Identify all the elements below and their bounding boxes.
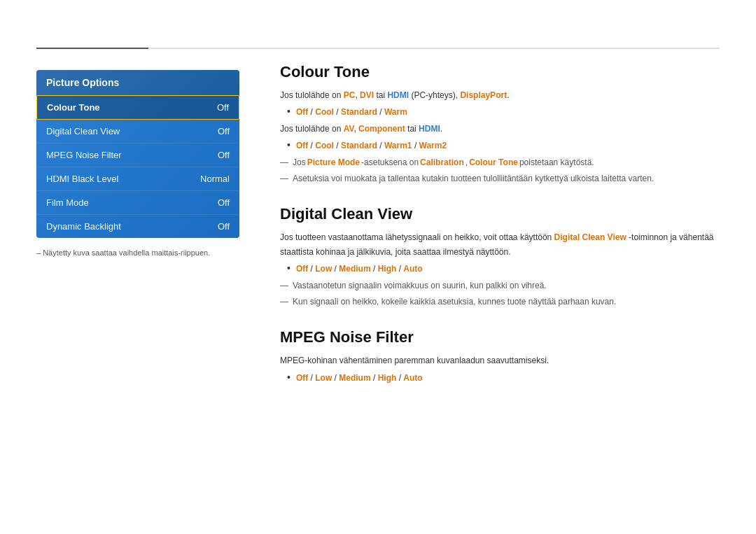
sidebar-item-film-mode[interactable]: Film Mode Off bbox=[36, 191, 239, 215]
sidebar-item-hdmi-black-level[interactable]: HDMI Black Level Normal bbox=[36, 167, 239, 191]
menu-item-value: Off bbox=[218, 150, 230, 160]
mpeg-noise-filter-title: MPEG Noise Filter bbox=[280, 328, 720, 346]
digital-clean-view-title: Digital Clean View bbox=[280, 205, 720, 223]
main-content: Colour Tone Jos tulolähde on PC, DVI tai… bbox=[280, 63, 720, 405]
menu-item-label: Film Mode bbox=[46, 197, 89, 208]
menu-item-label: Colour Tone bbox=[47, 102, 100, 113]
colour-tone-body: Jos tulolähde on PC, DVI tai HDMI (PC-yh… bbox=[280, 88, 720, 185]
displayport-span: DisplayPort bbox=[460, 90, 507, 100]
mpeg-bullet1: Off / Low / Medium / High / Auto bbox=[287, 371, 720, 385]
sidebar-menu: Colour Tone Off Digital Clean View Off M… bbox=[36, 95, 239, 238]
colour-tone-title: Colour Tone bbox=[280, 63, 720, 81]
menu-item-label: MPEG Noise Filter bbox=[46, 150, 122, 160]
colour-tone-note2: Asetuksia voi muokata ja tallentaa kutak… bbox=[280, 171, 720, 185]
dcv-p1: Jos tuotteen vastaanottama lähetyssignaa… bbox=[280, 230, 720, 259]
hdmi-span2: HDMI bbox=[419, 124, 440, 134]
mpeg-p1: MPEG-kohinan vähentäminen paremman kuvan… bbox=[280, 353, 720, 367]
menu-item-value: Normal bbox=[200, 174, 230, 184]
dcv-note2: Kun signaali on heikko, kokeile kaikkia … bbox=[280, 295, 720, 309]
colour-tone-bullet1: Off / Cool / Standard / Warm bbox=[287, 105, 720, 119]
section-digital-clean-view: Digital Clean View Jos tuotteen vastaano… bbox=[280, 205, 720, 309]
dcv-note1: Vastaanotetun signaalin voimakkuus on su… bbox=[280, 279, 720, 293]
colour-tone-note1: Jos Picture Mode -asetuksena on Calibrat… bbox=[280, 155, 720, 169]
dcv-bullet1: Off / Low / Medium / High / Auto bbox=[287, 262, 720, 276]
sidebar-title: Picture Options bbox=[36, 70, 239, 95]
av-component-span: AV, Component bbox=[344, 124, 405, 134]
menu-item-label: Dynamic Backlight bbox=[46, 221, 121, 232]
menu-item-label: HDMI Black Level bbox=[46, 174, 118, 184]
pc-dvi-span: PC, DVI bbox=[344, 90, 374, 100]
sidebar-item-mpeg-noise-filter[interactable]: MPEG Noise Filter Off bbox=[36, 143, 239, 167]
sidebar-item-colour-tone[interactable]: Colour Tone Off bbox=[36, 95, 239, 120]
sidebar: Picture Options Colour Tone Off Digital … bbox=[36, 70, 239, 238]
sidebar-item-dynamic-backlight[interactable]: Dynamic Backlight Off bbox=[36, 215, 239, 238]
menu-item-label: Digital Clean View bbox=[46, 126, 120, 136]
sidebar-item-digital-clean-view[interactable]: Digital Clean View Off bbox=[36, 120, 239, 143]
colour-tone-p2: Jos tulolähde on AV, Component tai HDMI. bbox=[280, 122, 720, 136]
colour-tone-p1: Jos tulolähde on PC, DVI tai HDMI (PC-yh… bbox=[280, 88, 720, 102]
sidebar-note: – Näytetty kuva saattaa vaihdella maitta… bbox=[36, 248, 210, 257]
colour-tone-bullet2: Off / Cool / Standard / Warm1 / Warm2 bbox=[287, 139, 720, 153]
section-mpeg-noise-filter: MPEG Noise Filter MPEG-kohinan vähentämi… bbox=[280, 328, 720, 385]
digital-clean-view-body: Jos tuotteen vastaanottama lähetyssignaa… bbox=[280, 230, 720, 309]
menu-item-value: Off bbox=[218, 197, 230, 208]
menu-item-value: Off bbox=[218, 126, 230, 136]
section-colour-tone: Colour Tone Jos tulolähde on PC, DVI tai… bbox=[280, 63, 720, 185]
mpeg-noise-filter-body: MPEG-kohinan vähentäminen paremman kuvan… bbox=[280, 353, 720, 385]
top-decorative-line bbox=[36, 48, 720, 49]
menu-item-value: Off bbox=[217, 102, 229, 113]
hdmi-span: HDMI bbox=[387, 90, 409, 100]
menu-item-value: Off bbox=[218, 221, 230, 232]
